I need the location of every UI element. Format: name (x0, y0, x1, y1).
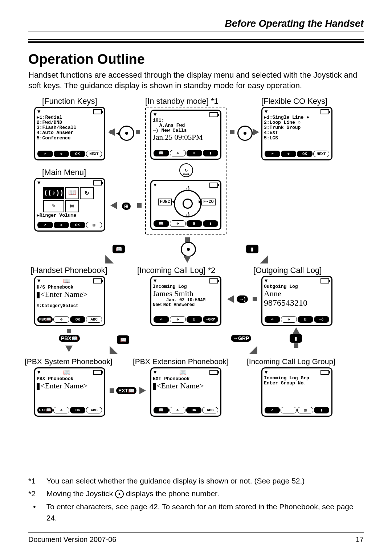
sk-pbxbook[interactable]: PBX📖 (37, 316, 53, 323)
sk-extbook[interactable]: EXT📖 (37, 407, 53, 413)
standby-l3: →) New Calls (153, 128, 219, 133)
book-icon: 📖 (63, 370, 70, 376)
sk-nav[interactable]: ✥ (53, 407, 69, 413)
sk-abc[interactable]: ABC (86, 316, 102, 323)
bullet-icon: • (28, 501, 41, 523)
sk-nav[interactable]: ✥ (54, 222, 69, 228)
sk-nav[interactable]: ✥ (281, 316, 297, 323)
pbx-book-pill: PBX📖 (59, 335, 80, 342)
sk-back[interactable]: ↶ (154, 316, 169, 323)
sk-back[interactable]: ↶ (37, 222, 53, 228)
sk-redial[interactable]: ▮ (203, 150, 219, 156)
ilog-name: James Smith (153, 289, 219, 298)
stem (230, 130, 234, 134)
menu-card-icon[interactable]: ▤ (65, 200, 79, 212)
olog-title: Outgoing Log (264, 284, 330, 289)
sk-back[interactable]: ↶ (265, 151, 280, 157)
caption-flexible-co: [Flexible CO Keys] (261, 97, 327, 106)
sk-ok[interactable]: OK (70, 222, 85, 228)
sk-redial[interactable]: ▮ (314, 407, 329, 413)
sk-ok[interactable]: OK (70, 407, 85, 413)
menu-loop-icon[interactable]: ↻ (80, 187, 94, 199)
ext-book-pill: EXT📖 (116, 387, 136, 394)
stem (136, 130, 140, 134)
sk-detail[interactable]: ⊟ (298, 316, 313, 323)
operation-diagram: [Function Keys] [In standby mode] *1 [Fl… (29, 97, 363, 474)
menu-button-pill: ⊞ (122, 203, 131, 210)
joystick-inline-icon (115, 490, 124, 498)
sk-redial[interactable]: ▮ (203, 220, 219, 227)
sk-back[interactable]: ↶ (265, 316, 280, 323)
sk-nav[interactable]: ✥ (170, 316, 186, 323)
stem (253, 297, 257, 301)
arrow-right-icon (139, 387, 146, 394)
page-footer: Document Version 2007-06 17 (28, 532, 364, 544)
screen-function-keys: ▼ ▶1:Redial 2:Fwd/DND 3:Flash/Recall 4:A… (34, 107, 105, 160)
antenna-icon: ▼ (154, 278, 156, 284)
sk-book[interactable]: 📖 (154, 150, 169, 156)
sk-back[interactable]: ↶ (37, 151, 53, 157)
fk-line5: 5:Conference (37, 136, 103, 141)
caption-incoming-grp: [Incoming Call Log Group] (247, 357, 335, 366)
fk-line1: ▶1:Redial (37, 115, 103, 120)
arrow-diag-icon: ◣ (249, 343, 257, 355)
screen-incoming-log: ▼ Incoming Log James Smith Jan. 02 10:59… (150, 276, 221, 326)
battery-icon (209, 278, 218, 283)
battery-icon (93, 109, 102, 114)
book-softkey-icon: 📖 (113, 245, 125, 253)
sk-empty[interactable] (281, 407, 297, 413)
sk-detail[interactable]: ⊟ (187, 316, 202, 323)
sk-nav[interactable]: ✥ (54, 151, 69, 157)
sk-abc[interactable]: ABC (202, 407, 218, 413)
sk-book[interactable]: 📖 (154, 220, 169, 227)
sk-redial[interactable]: →) (314, 316, 330, 323)
menu-ringer-icon[interactable]: ((♪)) (43, 187, 64, 199)
sk-ok[interactable]: OK (70, 316, 85, 323)
menu-pen-icon[interactable]: ✎ (43, 200, 64, 212)
doc-version: Document Version 2007-06 (28, 535, 116, 544)
arrow-left-icon (110, 202, 117, 209)
sk-back[interactable]: ↶ (265, 407, 280, 413)
stem (110, 388, 114, 393)
arrow-up-icon (293, 327, 300, 334)
sk-abc[interactable]: ABC (86, 407, 102, 413)
sk-menu[interactable]: ⊞ (187, 150, 202, 156)
sk-more[interactable]: ▥ (86, 222, 102, 228)
sk-nav[interactable]: ✥ (170, 220, 186, 227)
sk-menu[interactable]: ⊞ (187, 220, 202, 227)
tri-down-icon: →) (184, 212, 190, 218)
sk-ok[interactable]: OK (297, 151, 313, 157)
sk-ok[interactable]: OK (186, 407, 201, 413)
power-icon: ↻PWR (179, 163, 193, 177)
redial-softkey-icon: ▮ (290, 334, 302, 343)
menu-empty (80, 200, 94, 211)
sk-more[interactable]: ▥ (297, 407, 313, 413)
standby-ext: 101: (153, 118, 219, 123)
tri-up-icon: →) (184, 186, 190, 192)
page-title: Operation Outline (28, 52, 364, 67)
sk-nav[interactable]: ✥ (281, 151, 297, 157)
bullet-text: To enter characters, see page 42. To sea… (46, 501, 364, 523)
sk-nav[interactable]: ✥ (53, 316, 69, 323)
sk-book[interactable]: 📖 (154, 407, 169, 413)
antenna-icon: ▼ (154, 112, 156, 118)
sk-nav[interactable]: ✥ (170, 407, 185, 413)
hpb-title: H/S Phonebook (37, 285, 103, 290)
book-softkey-icon: 📖 (117, 335, 129, 344)
redial-softkey-icon: ▮ (246, 245, 258, 253)
sk-next[interactable]: NEXT (313, 151, 330, 157)
footnotes: *1 You can select whether the guidance d… (28, 476, 364, 523)
sk-ok[interactable]: OK (70, 151, 85, 157)
arrow-down-icon (184, 256, 191, 263)
screen-standby: ▼ 101: A.Ans Fwd →) New Calls Jan.25 09:… (150, 110, 221, 160)
menu-book-icon[interactable]: 📖 (65, 187, 79, 199)
caption-outgoing-log: [Outgoing Call Log] (253, 266, 322, 275)
sk-nav[interactable]: ✥ (170, 150, 186, 156)
sk-next[interactable]: NEXT (86, 151, 102, 157)
co-line4: 4:EXT (264, 130, 330, 135)
sk-grp[interactable]: →GRP (203, 316, 219, 323)
screen-incoming-grp: ▼ Incoming Log Grp Enter Group No. ↶ ▥ ▮ (261, 367, 332, 417)
caption-function-keys: [Function Keys] (42, 97, 97, 106)
antenna-icon: ▼ (37, 180, 40, 186)
igrp-l2: Enter Group No. (264, 381, 330, 386)
